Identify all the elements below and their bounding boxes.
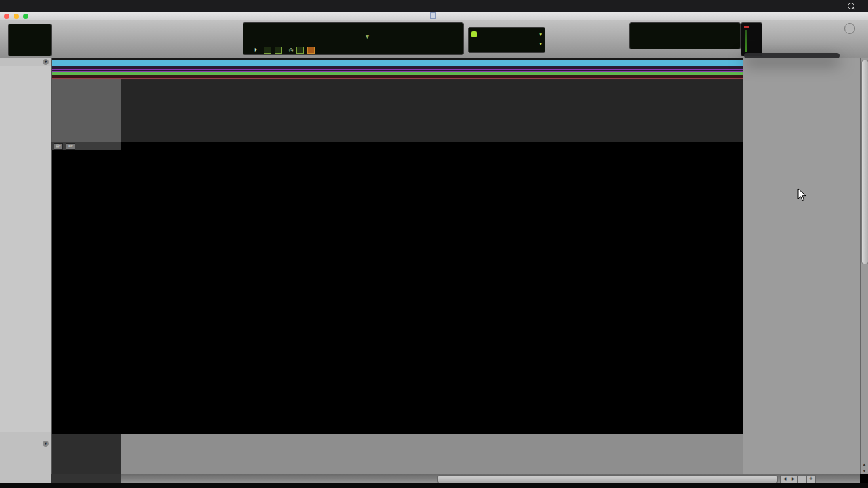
edit-window-toolbar: ▼ ⏵ ◷ ▾ ▾	[0, 20, 868, 58]
universe-guitar-band	[52, 66, 856, 72]
scroll-right-icon[interactable]: ▶	[789, 475, 798, 483]
edit-insertion-icon[interactable]	[275, 47, 282, 54]
track-height-menu-icon[interactable]: ▤▾	[54, 143, 63, 150]
document-icon	[430, 12, 436, 19]
zoom-in-icon[interactable]: ✛	[806, 475, 816, 483]
universe-overview[interactable]	[51, 58, 858, 80]
tracks-sidebar: ▾ ▾	[0, 58, 52, 483]
scroll-down-icon[interactable]: ▼	[861, 468, 868, 474]
session-clock-icon: ◷	[289, 47, 294, 53]
main-counter-cluster: ▼ ⏵ ◷	[243, 22, 464, 55]
cursor-marker-icon: ⏵	[254, 47, 257, 54]
grid-value[interactable]: ▾	[539, 31, 542, 37]
zoom-out-icon[interactable]: −	[797, 475, 807, 483]
track-header-void	[51, 434, 121, 474]
edit-area-corner-controls: ▤▾ ≡▾	[51, 142, 121, 150]
main-counter[interactable]: ▼	[249, 26, 371, 42]
timeline-home-button[interactable]	[51, 474, 121, 483]
timeline-insertion-icon[interactable]	[264, 47, 271, 54]
scroll-up-icon[interactable]: ▲	[861, 461, 868, 468]
vertical-scrollbar-thumb[interactable]	[861, 60, 868, 264]
window-title-bar	[0, 12, 868, 21]
spotlight-search-icon[interactable]	[848, 3, 854, 9]
groups-pane-menu-icon[interactable]: ▾	[43, 441, 49, 447]
tempo-meter-cluster	[629, 22, 741, 49]
output-meter-widget	[741, 22, 762, 56]
lane-view-menu-icon[interactable]: ≡▾	[66, 143, 75, 150]
cursor-readout: ⏵ ◷	[243, 45, 463, 54]
vertical-scrollbar[interactable]: ▲ ▼	[860, 58, 868, 474]
tracks-pane-menu-icon[interactable]: ▾	[43, 59, 49, 65]
grid-nudge-cluster: ▾ ▾	[468, 27, 545, 53]
meter-clip-led	[744, 26, 749, 28]
ruler-label-column	[51, 79, 121, 142]
horizontal-scrollbar[interactable]: ◀ ▶ − ✛	[121, 474, 860, 483]
window-title	[0, 12, 868, 20]
toolbar-collapse-button[interactable]	[844, 23, 855, 34]
grid-mode-button[interactable]	[471, 31, 477, 37]
track-list	[0, 66, 51, 432]
nudge-value[interactable]: ▾	[539, 41, 542, 47]
scroll-left-icon[interactable]: ◀	[780, 475, 789, 483]
edit-mode-cluster	[8, 24, 52, 56]
window-bottom-edge	[0, 483, 868, 488]
macos-menu-bar	[0, 0, 868, 12]
clips-context-menu	[744, 53, 840, 58]
timeline-rulers[interactable]	[121, 79, 743, 142]
meter-level-bar	[745, 30, 747, 52]
clips-pane	[743, 58, 861, 474]
mouse-cursor	[797, 188, 807, 202]
horizontal-scrollbar-thumb[interactable]	[437, 475, 778, 483]
warning-indicator[interactable]	[307, 47, 315, 54]
universe-drums-band	[52, 60, 856, 66]
midi-indicator[interactable]	[296, 47, 304, 54]
